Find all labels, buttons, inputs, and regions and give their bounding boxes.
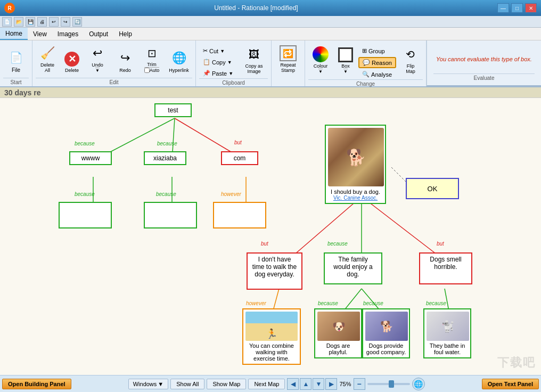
node-dog[interactable]: 🐕 I should buy a dog. Vic. Canine Assoc. bbox=[325, 125, 386, 204]
menu-bar: Home View Images Output Help bbox=[0, 28, 541, 40]
evaluate-label: Evaluate bbox=[433, 74, 535, 81]
menu-help[interactable]: Help bbox=[113, 28, 137, 40]
top-scroll-text: 30 days re bbox=[0, 87, 541, 98]
show-all-button[interactable]: Show All bbox=[170, 379, 204, 389]
nav-down-arrow[interactable]: ▼ bbox=[313, 378, 324, 390]
colour-button[interactable]: Colour ▼ bbox=[308, 44, 333, 76]
node-wwww[interactable]: wwww bbox=[69, 151, 112, 165]
undo-button[interactable]: ↩ Undo ▼ bbox=[85, 43, 110, 75]
diagram-area[interactable]: because because but because because howe… bbox=[0, 98, 541, 375]
node-empty3[interactable] bbox=[213, 202, 266, 228]
node-ok[interactable]: OK bbox=[406, 178, 459, 199]
x-icon: ✕ bbox=[64, 52, 79, 67]
playful-dog-image: 🐶 bbox=[317, 312, 360, 341]
evaluate-message: You cannot evaluate this type of box. bbox=[436, 45, 532, 74]
open-building-panel-button[interactable]: Open Building Panel bbox=[2, 379, 71, 389]
zoom-out-button[interactable]: − bbox=[354, 378, 365, 390]
node-empty1[interactable] bbox=[59, 202, 112, 228]
menu-images[interactable]: Images bbox=[52, 28, 84, 40]
open-icon[interactable]: 📂 bbox=[14, 17, 23, 27]
colour-icon bbox=[313, 46, 329, 62]
canvas-area[interactable]: 30 days re because because but because b… bbox=[0, 87, 541, 375]
combine-text: You can combine walking with exercise ti… bbox=[245, 342, 298, 362]
redo-quick-icon[interactable]: ↪ bbox=[61, 17, 70, 27]
flip-map-button[interactable]: ⟲ FlipMap bbox=[398, 44, 423, 76]
open-text-panel-button[interactable]: Open Text Panel bbox=[482, 379, 539, 389]
windows-button[interactable]: Windows ▼ bbox=[128, 379, 169, 389]
box-button[interactable]: Box ▼ bbox=[335, 44, 356, 76]
save-icon[interactable]: 💾 bbox=[26, 17, 35, 27]
minimize-button[interactable]: — bbox=[497, 3, 509, 13]
nav-arrows: ◀ ▲ ▼ ▶ bbox=[287, 378, 337, 390]
print-icon[interactable]: 🖨 bbox=[37, 17, 47, 27]
file-button[interactable]: 📄 File bbox=[3, 43, 29, 75]
edit-label: Edit bbox=[36, 78, 192, 85]
redo-button[interactable]: ↪ Redo bbox=[112, 43, 138, 75]
repeat-stamp-button[interactable]: 🔁 RepeatStamp bbox=[275, 43, 301, 75]
node-smell[interactable]: Dogs smell horrible. bbox=[419, 252, 472, 284]
nav-up-arrow[interactable]: ▲ bbox=[300, 378, 312, 390]
refresh-icon[interactable]: 🔄 bbox=[72, 17, 82, 27]
node-company[interactable]: 🐕 Dogs provide good company. bbox=[362, 308, 410, 358]
menu-home[interactable]: Home bbox=[0, 28, 28, 40]
playful-text: Dogs are playful. bbox=[317, 342, 359, 355]
delete-button[interactable]: ✕ Delete bbox=[61, 43, 83, 75]
group-button[interactable]: ⊞ Group bbox=[358, 46, 396, 56]
ribbon-group-stamp: 🔁 RepeatStamp - bbox=[272, 40, 305, 86]
node-combine[interactable]: 🏃 You can combine walking with exercise … bbox=[242, 308, 301, 365]
node-xiaziaba[interactable]: xiaziaba bbox=[144, 151, 186, 165]
close-button[interactable]: ✕ bbox=[525, 3, 537, 13]
paste-icon: 📌 bbox=[203, 70, 210, 77]
undo-icon: ↩ bbox=[89, 45, 106, 61]
cut-button[interactable]: ✂ Cut ▼ bbox=[199, 46, 237, 56]
zoom-thumb[interactable] bbox=[389, 380, 394, 388]
dog-link[interactable]: Vic. Canine Assoc. bbox=[328, 195, 383, 201]
node-family[interactable]: The family would enjoy a dog. bbox=[324, 252, 382, 284]
connector-because-8: because bbox=[426, 300, 446, 306]
trim-icon: ⊡ bbox=[143, 45, 160, 61]
connector-because-7: because bbox=[363, 300, 383, 306]
analyse-button[interactable]: 🔍 Analyse bbox=[358, 69, 396, 79]
dog-image: 🐕 bbox=[328, 128, 384, 186]
auto-checkbox[interactable] bbox=[144, 68, 150, 73]
bathe-text: They bathe in foul water. bbox=[427, 342, 468, 355]
flip-map-icon: ⟲ bbox=[402, 46, 419, 62]
show-map-button[interactable]: Show Map bbox=[207, 379, 246, 389]
cut-icon: ✂ bbox=[203, 47, 208, 54]
menu-output[interactable]: Output bbox=[84, 28, 113, 40]
node-bathe[interactable]: 🐩 They bathe in foul water. bbox=[423, 308, 471, 358]
bathe-dog-image: 🐩 bbox=[427, 312, 469, 341]
reason-button[interactable]: 💬 Reason bbox=[358, 57, 396, 68]
trim-button[interactable]: ⊡ Trim Auto bbox=[140, 43, 163, 75]
node-com[interactable]: com bbox=[221, 151, 258, 165]
nav-left-arrow[interactable]: ◀ bbox=[287, 378, 299, 390]
start-buttons: 📄 File bbox=[3, 43, 29, 78]
node-empty2[interactable] bbox=[144, 202, 197, 228]
broom-icon: 🧹 bbox=[39, 45, 56, 61]
globe-button[interactable]: 🌐 bbox=[412, 378, 425, 390]
next-map-button[interactable]: Next Map bbox=[248, 379, 285, 389]
new-icon[interactable]: 📄 bbox=[2, 17, 12, 27]
node-test[interactable]: test bbox=[154, 103, 192, 117]
delete-all-button[interactable]: 🧹 DeleteAll bbox=[36, 43, 59, 75]
paste-button[interactable]: 📌 Paste ▼ bbox=[199, 68, 237, 78]
zoom-slider[interactable] bbox=[367, 383, 410, 385]
node-no-time[interactable]: I don't have time to walk the dog everyd… bbox=[247, 252, 302, 290]
nav-right-arrow[interactable]: ▶ bbox=[325, 378, 337, 390]
ribbon-group-change: Colour ▼ Box ▼ ⊞ Group 💬 Reason 🔍 bbox=[305, 40, 427, 86]
connector-because-6: because bbox=[318, 300, 338, 306]
evaluate-section: You cannot evaluate this type of box. Ev… bbox=[427, 40, 541, 86]
copy-button[interactable]: 📋 Copy ▼ bbox=[199, 57, 237, 67]
maximize-button[interactable]: □ bbox=[511, 3, 523, 13]
title-bar-left: R bbox=[4, 3, 15, 13]
menu-view[interactable]: View bbox=[28, 28, 52, 40]
app-logo: R bbox=[4, 3, 15, 13]
copy-as-image-button[interactable]: 🖼 Copy asImage bbox=[240, 44, 268, 76]
watermark: 下载吧 bbox=[497, 355, 536, 371]
node-playful[interactable]: 🐶 Dogs are playful. bbox=[314, 308, 362, 358]
zoom-area: 75% − 🌐 bbox=[339, 378, 424, 390]
svg-line-8 bbox=[362, 197, 445, 260]
hyperlink-icon: 🌐 bbox=[170, 50, 187, 67]
undo-quick-icon[interactable]: ↩ bbox=[49, 17, 59, 27]
hyperlink-button[interactable]: 🌐 Hyperlink bbox=[166, 43, 192, 75]
